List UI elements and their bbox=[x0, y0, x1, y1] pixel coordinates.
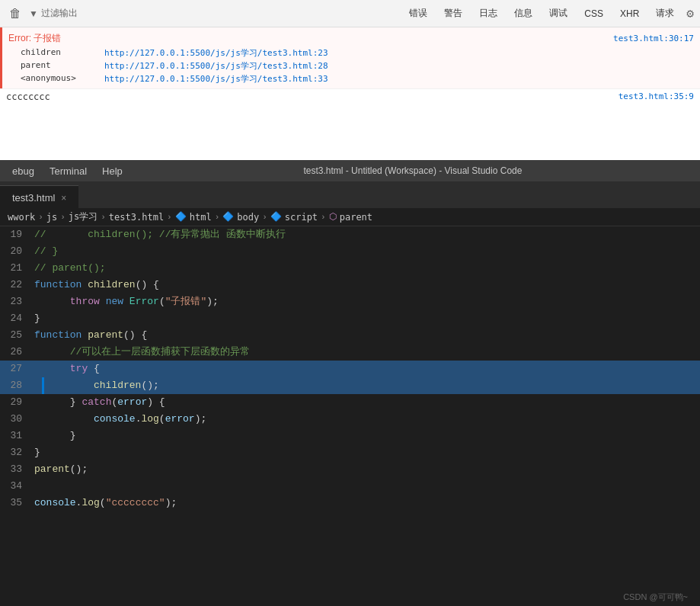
stack-fn-parent: parent bbox=[21, 60, 104, 72]
console-content: Error: 子报错 test3.html:30:17 children htt… bbox=[0, 27, 700, 160]
breadcrumb: wwork › js › js学习 › test3.html › 🔷 html … bbox=[0, 208, 700, 226]
breadcrumb-script[interactable]: script bbox=[285, 212, 318, 223]
stack-fn-anonymous: <anonymous> bbox=[21, 73, 104, 85]
line-content-29: } catch(error) { bbox=[34, 394, 700, 411]
console-panel: 🗑 ▼ 过滤输出 错误 警告 日志 信息 调试 CSS XHR 请求 ⚙ Err… bbox=[0, 0, 700, 160]
line-content-24: } bbox=[34, 310, 700, 327]
menu-terminal[interactable]: Terminal bbox=[43, 164, 93, 178]
code-line-30: 30 console.log(error); bbox=[0, 411, 700, 428]
clear-console-button[interactable]: 🗑 bbox=[6, 5, 24, 22]
line-num-20: 20 bbox=[0, 243, 34, 260]
editor-tab-test3[interactable]: test3.html × bbox=[0, 185, 78, 208]
line-num-32: 32 bbox=[0, 444, 34, 461]
breadcrumb-parent[interactable]: parent bbox=[340, 212, 372, 223]
vscode-menu-bar: ebug Terminal Help test3.html - Untitled… bbox=[0, 160, 700, 181]
code-line-27: 27 try { bbox=[0, 361, 700, 377]
line-num-35: 35 bbox=[0, 495, 34, 511]
filter-icon: ▼ bbox=[29, 8, 38, 19]
tab-info[interactable]: 信息 bbox=[507, 5, 540, 22]
breadcrumb-html[interactable]: html bbox=[190, 212, 212, 223]
tab-error[interactable]: 错误 bbox=[401, 5, 435, 22]
line-num-22: 22 bbox=[0, 277, 34, 293]
line-content-34 bbox=[34, 478, 700, 495]
window-title: test3.html - Untitled (Workspace) - Visu… bbox=[132, 165, 694, 176]
line-content-22: function children() { bbox=[34, 277, 700, 293]
log-text: cccccccc bbox=[6, 91, 50, 102]
error-header: Error: 子报错 test3.html:30:17 bbox=[8, 30, 700, 46]
log-location: test3.html:35:9 bbox=[618, 91, 694, 102]
breadcrumb-sep-5: › bbox=[215, 213, 220, 222]
line-content-31: } bbox=[34, 428, 700, 444]
stack-row-1: parent http://127.0.0.1:5500/js/js学习/tes… bbox=[8, 59, 700, 72]
line-num-34: 34 bbox=[0, 478, 34, 495]
menu-debug[interactable]: ebug bbox=[6, 164, 40, 178]
gear-icon[interactable]: ⚙ bbox=[686, 6, 694, 21]
line-content-19: // children(); //有异常抛出 函数中断执行 bbox=[34, 226, 700, 243]
code-line-28: 28 children(); bbox=[0, 377, 700, 394]
code-line-32: 32 } bbox=[0, 444, 700, 461]
console-toolbar: 🗑 ▼ 过滤输出 错误 警告 日志 信息 调试 CSS XHR 请求 ⚙ bbox=[0, 0, 700, 27]
stack-fn-children: children bbox=[21, 47, 104, 59]
code-line-31: 31 } bbox=[0, 428, 700, 444]
code-line-26: 26 //可以在上一层函数捕获下层函数的异常 bbox=[0, 344, 700, 361]
tab-close-button[interactable]: × bbox=[61, 193, 66, 204]
breadcrumb-icon-script: 🔷 bbox=[270, 211, 282, 223]
breadcrumb-body[interactable]: body bbox=[237, 212, 259, 223]
breadcrumb-icon-parent: ⬡ bbox=[329, 211, 337, 223]
line-content-23: throw new Error("子报错"); bbox=[34, 293, 700, 310]
line-content-32: } bbox=[34, 444, 700, 461]
console-log-row: cccccccc test3.html:35:9 bbox=[0, 88, 700, 104]
line-num-29: 29 bbox=[0, 394, 34, 411]
tab-debug[interactable]: 调试 bbox=[542, 5, 575, 22]
line-content-26: //可以在上一层函数捕获下层函数的异常 bbox=[34, 344, 700, 361]
breadcrumb-js[interactable]: js bbox=[46, 212, 57, 223]
menu-help[interactable]: Help bbox=[96, 164, 129, 178]
code-line-20: 20 // } bbox=[0, 243, 700, 260]
line-num-26: 26 bbox=[0, 344, 34, 361]
tab-filename: test3.html bbox=[12, 192, 55, 204]
breadcrumb-icon-body: 🔷 bbox=[222, 211, 234, 223]
breadcrumb-sep-4: › bbox=[167, 213, 172, 222]
line-content-25: function parent() { bbox=[34, 327, 700, 344]
line-num-30: 30 bbox=[0, 411, 34, 428]
code-line-25: 25 function parent() { bbox=[0, 327, 700, 344]
code-editor[interactable]: 19 // children(); //有异常抛出 函数中断执行 20 // }… bbox=[0, 226, 700, 606]
console-tabs: 错误 警告 日志 信息 调试 CSS XHR 请求 ⚙ bbox=[401, 5, 694, 22]
tab-xhr[interactable]: XHR bbox=[612, 6, 647, 21]
tab-log[interactable]: 日志 bbox=[471, 5, 505, 22]
code-line-22: 22 function children() { bbox=[0, 277, 700, 293]
code-line-34: 34 bbox=[0, 478, 700, 495]
console-error-block: Error: 子报错 test3.html:30:17 children htt… bbox=[0, 27, 700, 88]
line-num-27: 27 bbox=[0, 361, 34, 377]
breadcrumb-sep-1: › bbox=[38, 213, 43, 222]
line-num-23: 23 bbox=[0, 293, 34, 310]
breadcrumb-sep-7: › bbox=[321, 213, 326, 222]
line-content-28: children(); bbox=[34, 377, 700, 394]
tab-warning[interactable]: 警告 bbox=[436, 5, 470, 22]
error-label: Error: 子报错 bbox=[8, 32, 61, 45]
stack-row-0: children http://127.0.0.1:5500/js/js学习/t… bbox=[8, 46, 700, 59]
line-num-25: 25 bbox=[0, 327, 34, 344]
error-location: test3.html:30:17 bbox=[613, 34, 694, 43]
tab-css[interactable]: CSS bbox=[577, 6, 611, 21]
breadcrumb-sep-2: › bbox=[60, 213, 66, 222]
filter-label: 过滤输出 bbox=[41, 7, 78, 20]
filter-output: ▼ 过滤输出 bbox=[29, 7, 78, 20]
line-content-30: console.log(error); bbox=[34, 411, 700, 428]
stack-link-parent[interactable]: http://127.0.0.1:5500/js/js学习/test3.html… bbox=[104, 60, 328, 72]
breadcrumb-js-learning[interactable]: js学习 bbox=[69, 210, 97, 223]
breadcrumb-test3[interactable]: test3.html bbox=[109, 212, 164, 223]
editor-tabs: test3.html × bbox=[0, 181, 700, 208]
code-line-21: 21 // parent(); bbox=[0, 260, 700, 277]
current-line-indicator bbox=[42, 377, 44, 394]
breadcrumb-sep-6: › bbox=[262, 213, 267, 222]
line-num-31: 31 bbox=[0, 428, 34, 444]
line-content-27: try { bbox=[34, 361, 700, 377]
stack-link-anonymous[interactable]: http://127.0.0.1:5500/js/js学习/test3.html… bbox=[104, 73, 328, 85]
tab-requests[interactable]: 请求 bbox=[648, 5, 682, 22]
line-content-33: parent(); bbox=[34, 461, 700, 478]
csdn-watermark: CSDN @可可鸭~ bbox=[623, 592, 688, 603]
line-num-21: 21 bbox=[0, 260, 34, 277]
breadcrumb-wwork[interactable]: wwork bbox=[8, 212, 35, 223]
stack-link-children[interactable]: http://127.0.0.1:5500/js/js学习/test3.html… bbox=[104, 47, 328, 59]
